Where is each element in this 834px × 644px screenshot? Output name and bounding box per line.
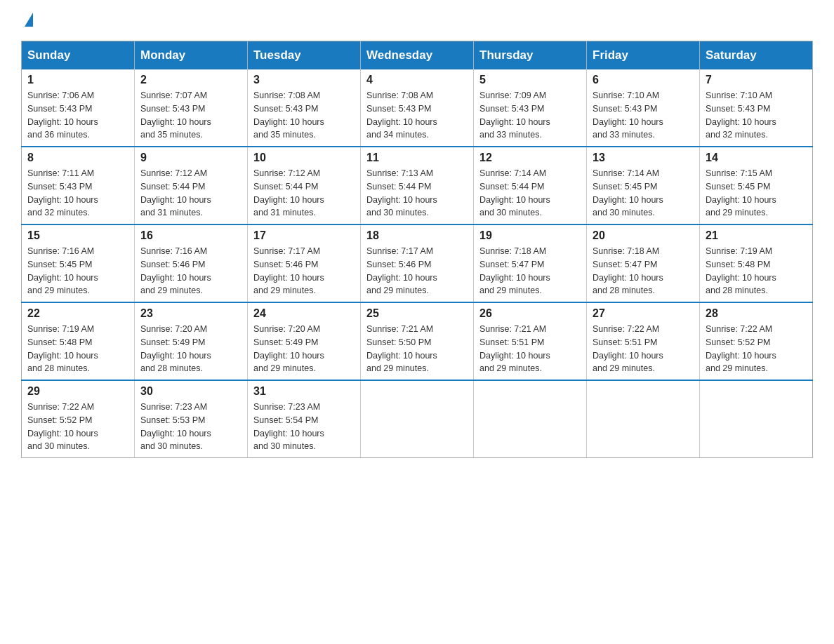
calendar-cell: 27 Sunrise: 7:22 AM Sunset: 5:51 PM Dayl… xyxy=(587,302,700,380)
day-info: Sunrise: 7:17 AM Sunset: 5:46 PM Dayligh… xyxy=(253,245,355,297)
calendar-header-sunday: Sunday xyxy=(22,41,135,70)
calendar-header-tuesday: Tuesday xyxy=(248,41,361,70)
day-info: Sunrise: 7:12 AM Sunset: 5:44 PM Dayligh… xyxy=(140,167,241,220)
day-number: 21 xyxy=(706,229,807,242)
day-number: 9 xyxy=(140,152,241,164)
day-info: Sunrise: 7:21 AM Sunset: 5:51 PM Dayligh… xyxy=(479,323,581,375)
calendar-cell: 4 Sunrise: 7:08 AM Sunset: 5:43 PM Dayli… xyxy=(361,69,474,147)
day-number: 25 xyxy=(366,307,468,320)
calendar-cell: 15 Sunrise: 7:16 AM Sunset: 5:45 PM Dayl… xyxy=(22,224,135,302)
day-number: 16 xyxy=(140,229,241,242)
day-info: Sunrise: 7:08 AM Sunset: 5:43 PM Dayligh… xyxy=(366,89,468,142)
calendar-cell: 19 Sunrise: 7:18 AM Sunset: 5:47 PM Dayl… xyxy=(474,224,587,302)
day-number: 26 xyxy=(479,307,581,320)
day-number: 23 xyxy=(140,307,241,320)
day-number: 3 xyxy=(253,74,355,86)
day-number: 17 xyxy=(253,229,355,242)
calendar-cell: 3 Sunrise: 7:08 AM Sunset: 5:43 PM Dayli… xyxy=(248,69,361,147)
day-info: Sunrise: 7:15 AM Sunset: 5:45 PM Dayligh… xyxy=(706,167,807,220)
calendar-header-monday: Monday xyxy=(135,41,248,70)
calendar-cell: 24 Sunrise: 7:20 AM Sunset: 5:49 PM Dayl… xyxy=(248,302,361,380)
calendar-cell: 11 Sunrise: 7:13 AM Sunset: 5:44 PM Dayl… xyxy=(361,147,474,224)
day-info: Sunrise: 7:22 AM Sunset: 5:51 PM Dayligh… xyxy=(593,323,694,375)
calendar-cell: 14 Sunrise: 7:15 AM Sunset: 5:45 PM Dayl… xyxy=(700,147,813,224)
calendar-cell: 25 Sunrise: 7:21 AM Sunset: 5:50 PM Dayl… xyxy=(361,302,474,380)
calendar-week-row: 8 Sunrise: 7:11 AM Sunset: 5:43 PM Dayli… xyxy=(22,147,813,224)
day-number: 20 xyxy=(593,229,694,242)
calendar-header-wednesday: Wednesday xyxy=(361,41,474,70)
day-info: Sunrise: 7:23 AM Sunset: 5:53 PM Dayligh… xyxy=(140,401,241,453)
day-info: Sunrise: 7:14 AM Sunset: 5:45 PM Dayligh… xyxy=(593,167,694,220)
day-number: 4 xyxy=(366,74,468,86)
day-number: 28 xyxy=(706,307,807,320)
day-info: Sunrise: 7:06 AM Sunset: 5:43 PM Dayligh… xyxy=(27,89,128,142)
day-info: Sunrise: 7:18 AM Sunset: 5:47 PM Dayligh… xyxy=(593,245,694,297)
day-number: 19 xyxy=(479,229,581,242)
day-number: 1 xyxy=(27,74,128,86)
day-number: 30 xyxy=(140,385,241,398)
calendar-cell xyxy=(474,380,587,458)
calendar-cell: 29 Sunrise: 7:22 AM Sunset: 5:52 PM Dayl… xyxy=(22,380,135,458)
day-info: Sunrise: 7:16 AM Sunset: 5:46 PM Dayligh… xyxy=(140,245,241,297)
day-info: Sunrise: 7:12 AM Sunset: 5:44 PM Dayligh… xyxy=(253,167,355,220)
calendar-header-row: SundayMondayTuesdayWednesdayThursdayFrid… xyxy=(22,41,813,70)
day-info: Sunrise: 7:13 AM Sunset: 5:44 PM Dayligh… xyxy=(366,167,468,220)
calendar-cell: 23 Sunrise: 7:20 AM Sunset: 5:49 PM Dayl… xyxy=(135,302,248,380)
calendar-cell: 16 Sunrise: 7:16 AM Sunset: 5:46 PM Dayl… xyxy=(135,224,248,302)
day-number: 13 xyxy=(593,152,694,164)
day-info: Sunrise: 7:10 AM Sunset: 5:43 PM Dayligh… xyxy=(706,89,807,142)
day-info: Sunrise: 7:09 AM Sunset: 5:43 PM Dayligh… xyxy=(479,89,581,142)
calendar-cell: 8 Sunrise: 7:11 AM Sunset: 5:43 PM Dayli… xyxy=(22,147,135,224)
day-number: 8 xyxy=(27,152,128,164)
logo-triangle-icon xyxy=(25,13,33,27)
calendar-cell: 18 Sunrise: 7:17 AM Sunset: 5:46 PM Dayl… xyxy=(361,224,474,302)
day-info: Sunrise: 7:16 AM Sunset: 5:45 PM Dayligh… xyxy=(27,245,128,297)
calendar-cell: 28 Sunrise: 7:22 AM Sunset: 5:52 PM Dayl… xyxy=(700,302,813,380)
day-info: Sunrise: 7:10 AM Sunset: 5:43 PM Dayligh… xyxy=(593,89,694,142)
calendar-cell xyxy=(587,380,700,458)
calendar-cell: 26 Sunrise: 7:21 AM Sunset: 5:51 PM Dayl… xyxy=(474,302,587,380)
calendar-cell: 20 Sunrise: 7:18 AM Sunset: 5:47 PM Dayl… xyxy=(587,224,700,302)
day-info: Sunrise: 7:23 AM Sunset: 5:54 PM Dayligh… xyxy=(253,401,355,453)
day-info: Sunrise: 7:07 AM Sunset: 5:43 PM Dayligh… xyxy=(140,89,241,142)
day-number: 14 xyxy=(706,152,807,164)
calendar-cell: 9 Sunrise: 7:12 AM Sunset: 5:44 PM Dayli… xyxy=(135,147,248,224)
page-header xyxy=(21,14,813,28)
calendar-cell: 17 Sunrise: 7:17 AM Sunset: 5:46 PM Dayl… xyxy=(248,224,361,302)
day-info: Sunrise: 7:20 AM Sunset: 5:49 PM Dayligh… xyxy=(253,323,355,375)
day-number: 11 xyxy=(366,152,468,164)
calendar-week-row: 15 Sunrise: 7:16 AM Sunset: 5:45 PM Dayl… xyxy=(22,224,813,302)
day-info: Sunrise: 7:20 AM Sunset: 5:49 PM Dayligh… xyxy=(140,323,241,375)
day-number: 5 xyxy=(479,74,581,86)
day-number: 31 xyxy=(253,385,355,398)
day-number: 10 xyxy=(253,152,355,164)
day-info: Sunrise: 7:18 AM Sunset: 5:47 PM Dayligh… xyxy=(479,245,581,297)
day-info: Sunrise: 7:19 AM Sunset: 5:48 PM Dayligh… xyxy=(706,245,807,297)
day-info: Sunrise: 7:14 AM Sunset: 5:44 PM Dayligh… xyxy=(479,167,581,220)
day-info: Sunrise: 7:08 AM Sunset: 5:43 PM Dayligh… xyxy=(253,89,355,142)
calendar-cell: 7 Sunrise: 7:10 AM Sunset: 5:43 PM Dayli… xyxy=(700,69,813,147)
calendar-cell xyxy=(361,380,474,458)
calendar-cell: 5 Sunrise: 7:09 AM Sunset: 5:43 PM Dayli… xyxy=(474,69,587,147)
calendar-cell: 6 Sunrise: 7:10 AM Sunset: 5:43 PM Dayli… xyxy=(587,69,700,147)
calendar-cell xyxy=(700,380,813,458)
calendar-cell: 21 Sunrise: 7:19 AM Sunset: 5:48 PM Dayl… xyxy=(700,224,813,302)
day-number: 2 xyxy=(140,74,241,86)
calendar-cell: 22 Sunrise: 7:19 AM Sunset: 5:48 PM Dayl… xyxy=(22,302,135,380)
calendar-table: SundayMondayTuesdayWednesdayThursdayFrid… xyxy=(21,41,813,458)
day-number: 7 xyxy=(706,74,807,86)
day-info: Sunrise: 7:22 AM Sunset: 5:52 PM Dayligh… xyxy=(706,323,807,375)
day-info: Sunrise: 7:19 AM Sunset: 5:48 PM Dayligh… xyxy=(27,323,128,375)
day-info: Sunrise: 7:21 AM Sunset: 5:50 PM Dayligh… xyxy=(366,323,468,375)
calendar-cell: 13 Sunrise: 7:14 AM Sunset: 5:45 PM Dayl… xyxy=(587,147,700,224)
calendar-week-row: 29 Sunrise: 7:22 AM Sunset: 5:52 PM Dayl… xyxy=(22,380,813,458)
calendar-cell: 10 Sunrise: 7:12 AM Sunset: 5:44 PM Dayl… xyxy=(248,147,361,224)
day-number: 27 xyxy=(593,307,694,320)
calendar-week-row: 22 Sunrise: 7:19 AM Sunset: 5:48 PM Dayl… xyxy=(22,302,813,380)
calendar-week-row: 1 Sunrise: 7:06 AM Sunset: 5:43 PM Dayli… xyxy=(22,69,813,147)
calendar-header-friday: Friday xyxy=(587,41,700,70)
day-number: 6 xyxy=(593,74,694,86)
day-number: 12 xyxy=(479,152,581,164)
calendar-header-saturday: Saturday xyxy=(700,41,813,70)
calendar-cell: 2 Sunrise: 7:07 AM Sunset: 5:43 PM Dayli… xyxy=(135,69,248,147)
